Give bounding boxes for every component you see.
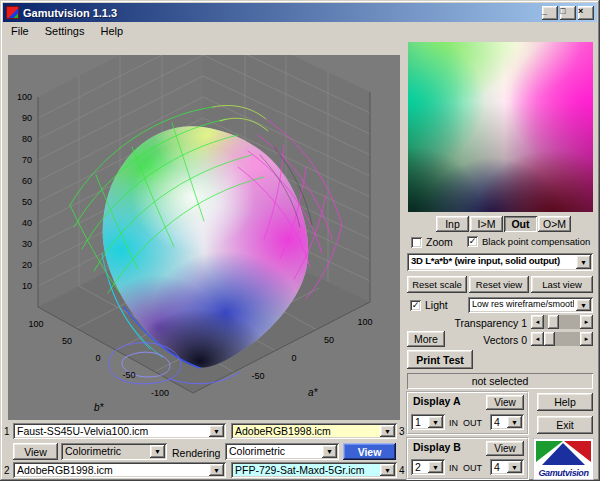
titlebar[interactable]: Gamutvision 1.1.3 _ □ × [3,3,597,22]
more-button[interactable]: More [407,331,445,347]
slot1-index: 1 [4,426,10,437]
print-test-button[interactable]: Print Test [407,350,473,369]
slider-left-arrow-icon[interactable]: ◄ [531,315,544,329]
slider-left-arrow-icon[interactable]: ◄ [531,332,544,346]
rendering-intent-left-select[interactable]: Colorimetric ▼ [61,443,167,460]
dropdown-arrow-icon[interactable]: ▼ [576,255,591,269]
wireframe-quality-select[interactable]: Low res wireframe/smooth ▼ [468,297,593,313]
dropdown-arrow-icon[interactable]: ▼ [576,299,591,311]
transparency-slider-thumb[interactable] [548,315,559,329]
axis-tick: 100 [17,92,32,102]
display-b-group: Display B View 2 ▼ IN OUT 4 ▼ [406,437,529,480]
second-input-profile-select[interactable]: AdobeRGB1998.icm ▼ [13,462,226,478]
minimize-button[interactable]: _ [542,6,558,20]
slot4-index: 4 [399,465,405,476]
light-checkbox-box[interactable]: ✓ [410,300,421,311]
axis-tick: 60 [22,176,32,186]
light-label: Light [425,299,448,311]
view-right-button[interactable]: View [343,443,396,460]
display-a-right-select[interactable]: 4 ▼ [490,414,524,430]
help-button[interactable]: Help [537,393,593,411]
black-point-compensation-checkbox[interactable]: ✓ Black point compensation [467,236,590,247]
close-button[interactable]: × [578,6,594,20]
display-mode-value: 3D L*a*b* (wire input, solid output) [407,253,574,271]
transparency-slider-track[interactable] [544,315,580,329]
bpc-checkbox-box[interactable]: ✓ [467,236,478,247]
axis-tick: -50 [122,370,135,380]
reset-scale-button[interactable]: Reset scale [407,276,467,293]
second-output-profile-select[interactable]: PFP-729-Sat-Maxd-5Gr.icm ▼ [231,462,397,478]
view-left-button[interactable]: View [13,443,58,460]
input-profile-select[interactable]: Faust-SS45U-Velvia100.icm ▼ [13,423,226,439]
exit-button[interactable]: Exit [537,416,593,434]
reset-view-button[interactable]: Reset view [469,276,529,293]
dropdown-arrow-icon[interactable]: ▼ [209,425,224,437]
dropdown-arrow-icon[interactable]: ▼ [507,416,522,428]
transparency-slider[interactable]: ◄ ► [531,315,593,329]
vectors-slider-thumb[interactable] [544,332,555,346]
display-mode-select[interactable]: 3D L*a*b* (wire input, solid output) ▼ [407,253,593,271]
slider-right-arrow-icon[interactable]: ► [580,332,593,346]
rendering-label: Rendering [172,447,220,459]
rendering-intent-right-select[interactable]: Colorimetric ▼ [225,443,339,460]
lab-slice-preview[interactable] [408,42,593,212]
axis-tick: 50 [62,336,72,346]
dropdown-arrow-icon[interactable]: ▼ [380,464,395,476]
axis-tick: 0 [291,353,296,363]
dropdown-arrow-icon[interactable]: ▼ [428,416,443,428]
output-to-map-button[interactable]: O>M [538,216,571,232]
vectors-label: Vectors 0 [460,334,527,346]
vectors-slider[interactable]: ◄ ► [531,332,593,346]
gamut-3d-plot[interactable]: 100 90 80 70 60 50 40 30 20 10 100 50 0 … [8,55,400,420]
display-b-left-select[interactable]: 2 ▼ [411,459,445,475]
maximize-button[interactable]: □ [560,6,576,20]
input-to-map-button[interactable]: I>M [470,216,503,232]
inp-button[interactable]: Inp [436,216,469,232]
axis-tick: -100 [151,388,169,398]
dropdown-arrow-icon[interactable]: ▼ [322,445,337,458]
axis-tick: 10 [22,281,32,291]
axis-tick: 40 [22,218,32,228]
gamutvision-window: Gamutvision 1.1.3 _ □ × File Settings He… [0,0,600,481]
menu-help[interactable]: Help [92,23,131,40]
display-a-left-select[interactable]: 1 ▼ [411,414,445,430]
dropdown-arrow-icon[interactable]: ▼ [209,464,224,476]
transparency-label: Transparency 1 [448,317,527,329]
axis-tick: 50 [22,197,32,207]
axis-tick: 0 [95,353,100,363]
status-box: not selected [407,373,593,389]
output-profile-value: AdobeRGB1998.icm [231,423,378,439]
slot2-index: 2 [4,465,10,476]
input-profile-value: Faust-SS45U-Velvia100.icm [13,423,207,439]
axis-tick: 30 [22,239,32,249]
zoom-checkbox[interactable]: Zoom [411,236,453,248]
second-output-profile-value: PFP-729-Sat-Maxd-5Gr.icm [231,462,378,478]
vectors-slider-track[interactable] [544,332,580,346]
close-icon: × [578,6,583,16]
zoom-checkbox-box[interactable] [411,237,422,248]
status-text: not selected [472,375,529,387]
last-view-button[interactable]: Last view [531,276,593,293]
a-axis-label: a* [308,387,319,398]
light-checkbox[interactable]: ✓ Light [410,299,448,311]
display-a-title: Display A [413,395,460,407]
axis-tick: 70 [22,155,32,165]
display-a-view-button[interactable]: View [486,395,524,410]
dropdown-arrow-icon[interactable]: ▼ [150,445,165,458]
window-title: Gamutvision 1.1.3 [23,7,540,19]
display-b-view-button[interactable]: View [486,441,524,456]
slot3-index: 3 [399,426,405,437]
minimize-icon: _ [542,6,547,16]
slider-right-arrow-icon[interactable]: ► [580,315,593,329]
display-a-group: Display A View 1 ▼ IN OUT 4 ▼ [406,391,529,435]
menu-settings[interactable]: Settings [37,23,93,40]
dropdown-arrow-icon[interactable]: ▼ [380,425,395,437]
dropdown-arrow-icon[interactable]: ▼ [428,461,443,473]
logo-text: Gamutvision [538,468,589,478]
menu-file[interactable]: File [3,23,37,40]
dropdown-arrow-icon[interactable]: ▼ [507,461,522,473]
axis-tick: 100 [28,319,43,329]
display-b-right-select[interactable]: 4 ▼ [490,459,524,475]
output-profile-select[interactable]: AdobeRGB1998.icm ▼ [231,423,397,439]
out-button[interactable]: Out [504,216,537,232]
